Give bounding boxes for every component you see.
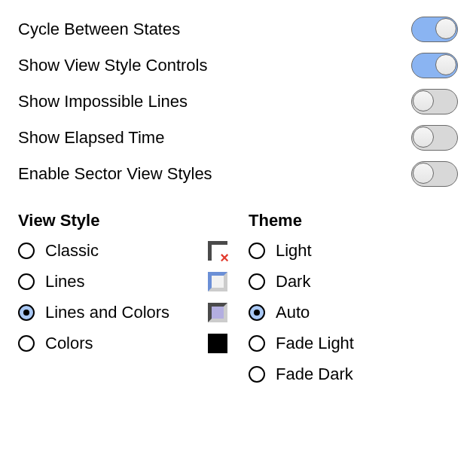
radio-colors[interactable] [18, 335, 35, 352]
radio-label-lines-and-colors: Lines and Colors [45, 303, 202, 322]
classic-style-icon [208, 241, 227, 261]
radio-dark[interactable] [249, 273, 265, 290]
toggle-show-elapsed-time[interactable] [411, 125, 458, 151]
toggle-knob [435, 54, 456, 75]
theme-option-auto[interactable]: Auto [249, 303, 458, 322]
toggle-label-show-impossible-lines: Show Impossible Lines [18, 92, 188, 111]
toggle-show-impossible-lines[interactable] [411, 89, 458, 114]
toggle-knob [413, 127, 434, 148]
view-style-option-lines-and-colors[interactable]: Lines and Colors [18, 303, 227, 322]
toggle-knob [413, 163, 434, 184]
radio-label-auto: Auto [276, 303, 458, 322]
radio-label-colors: Colors [45, 334, 202, 353]
theme-column: Theme LightDarkAutoFade LightFade Dark [249, 211, 458, 395]
radio-label-lines: Lines [45, 272, 202, 291]
theme-option-dark[interactable]: Dark [249, 272, 458, 291]
radio-label-fade-light: Fade Light [276, 334, 458, 353]
radio-label-classic: Classic [45, 241, 202, 261]
settings-columns: View Style ClassicLinesLines and ColorsC… [18, 211, 458, 395]
radio-fade-dark[interactable] [249, 366, 265, 383]
toggle-label-enable-sector-view-styles: Enable Sector View Styles [18, 164, 212, 184]
radio-lines-and-colors[interactable] [18, 304, 35, 321]
view-style-column: View Style ClassicLinesLines and ColorsC… [18, 211, 227, 395]
radio-label-fade-dark: Fade Dark [276, 365, 458, 384]
theme-option-fade-dark[interactable]: Fade Dark [249, 365, 458, 384]
radio-light[interactable] [249, 243, 265, 259]
view-style-option-classic[interactable]: Classic [18, 241, 227, 261]
radio-label-light: Light [276, 241, 458, 261]
radio-classic[interactable] [18, 243, 35, 259]
toggle-row-enable-sector-view-styles: Enable Sector View Styles [18, 161, 458, 187]
toggle-cycle-between-states[interactable] [411, 17, 458, 42]
toggle-label-show-view-style-controls: Show View Style Controls [18, 56, 208, 75]
toggle-knob [435, 18, 456, 39]
view-style-option-colors[interactable]: Colors [18, 334, 227, 353]
radio-auto[interactable] [249, 304, 265, 321]
toggle-show-view-style-controls[interactable] [411, 53, 458, 78]
toggle-row-show-impossible-lines: Show Impossible Lines [18, 89, 458, 114]
toggle-knob [413, 90, 434, 111]
lines-style-icon [208, 272, 227, 291]
toggle-list: Cycle Between StatesShow View Style Cont… [18, 17, 458, 187]
toggle-enable-sector-view-styles[interactable] [411, 161, 458, 187]
theme-option-fade-light[interactable]: Fade Light [249, 334, 458, 353]
colors-style-icon [208, 334, 227, 353]
theme-heading: Theme [249, 211, 458, 230]
lines-and-colors-style-icon [208, 303, 227, 322]
theme-option-light[interactable]: Light [249, 241, 458, 261]
radio-fade-light[interactable] [249, 335, 265, 352]
toggle-row-show-elapsed-time: Show Elapsed Time [18, 125, 458, 151]
view-style-option-lines[interactable]: Lines [18, 272, 227, 291]
toggle-label-cycle-between-states: Cycle Between States [18, 20, 180, 39]
toggle-row-cycle-between-states: Cycle Between States [18, 17, 458, 42]
toggle-row-show-view-style-controls: Show View Style Controls [18, 53, 458, 78]
radio-lines[interactable] [18, 273, 35, 290]
toggle-label-show-elapsed-time: Show Elapsed Time [18, 128, 164, 148]
radio-label-dark: Dark [276, 272, 458, 291]
view-style-heading: View Style [18, 211, 227, 230]
